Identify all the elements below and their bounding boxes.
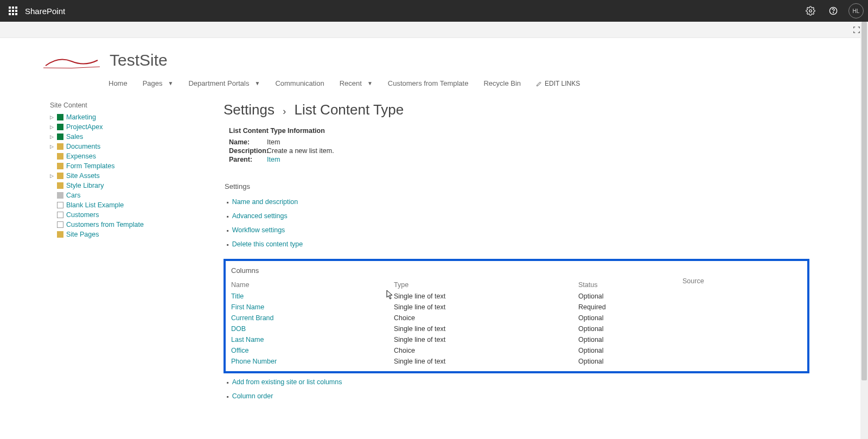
tree-item-11[interactable]: Customers from Template xyxy=(50,220,191,230)
tree-link[interactable]: Cars xyxy=(66,192,80,199)
column-link-3[interactable]: DOB xyxy=(231,325,246,333)
edit-links[interactable]: EDIT LINKS xyxy=(536,80,580,87)
ribbon-strip xyxy=(0,22,868,38)
tree-link[interactable]: Customers from Template xyxy=(66,221,144,228)
tree-link[interactable]: Expenses xyxy=(66,152,96,160)
column-link-2[interactable]: Current Brand xyxy=(231,314,274,322)
help-icon[interactable] xyxy=(826,3,841,18)
tree-link[interactable]: Documents xyxy=(66,143,100,150)
svg-rect-0 xyxy=(9,7,11,9)
columns-footer-link-0[interactable]: Add from existing site or list columns xyxy=(232,378,342,386)
settings-icon[interactable] xyxy=(803,3,818,18)
nav-item-3[interactable]: Communication xyxy=(275,79,324,87)
column-link-0[interactable]: Title xyxy=(231,292,244,300)
svg-rect-6 xyxy=(9,13,11,15)
column-link-6[interactable]: Phone Number xyxy=(231,358,277,365)
tree-link[interactable]: Customers xyxy=(66,211,99,219)
app-launcher-icon[interactable] xyxy=(4,2,22,20)
tree-item-9[interactable]: Blank List Example xyxy=(50,200,191,210)
settings-link-0[interactable]: Name and description xyxy=(232,198,298,206)
svg-rect-4 xyxy=(12,10,14,12)
desc-label: Description: xyxy=(229,147,267,155)
nav-item-6[interactable]: Recycle Bin xyxy=(483,79,521,87)
nav-caret-icon[interactable]: ▼ xyxy=(168,80,174,86)
column-link-4[interactable]: Last Name xyxy=(231,336,264,343)
column-link-5[interactable]: Office xyxy=(231,347,248,354)
tree-item-12[interactable]: Site Pages xyxy=(50,230,191,239)
site-logo[interactable] xyxy=(42,51,101,74)
info-section: List Content Type Information Name:Item … xyxy=(224,127,809,164)
table-row: Current BrandChoiceOptional xyxy=(231,313,802,323)
columns-highlight-box: Columns Name Type Status TitleSingle lin… xyxy=(224,259,809,373)
tree-item-4[interactable]: Expenses xyxy=(50,151,191,161)
user-avatar[interactable]: HL xyxy=(848,3,864,18)
column-status: Required xyxy=(578,302,802,313)
settings-link-item: Delete this content type xyxy=(227,237,809,251)
breadcrumb-root[interactable]: Settings xyxy=(224,101,275,118)
nav-caret-icon[interactable]: ▼ xyxy=(367,80,373,86)
column-type: Single line of text xyxy=(394,334,578,345)
parent-label: Parent: xyxy=(229,156,267,163)
tree-item-5[interactable]: Form Templates xyxy=(50,161,191,171)
site-title[interactable]: TestSite xyxy=(110,51,168,69)
tree-item-2[interactable]: ▷Sales xyxy=(50,132,191,142)
tree-link[interactable]: Blank List Example xyxy=(66,201,124,209)
tree-item-10[interactable]: Customers xyxy=(50,210,191,220)
column-type: Single line of text xyxy=(394,323,578,334)
tree-item-1[interactable]: ▷ProjectApex xyxy=(50,122,191,132)
settings-link-2[interactable]: Workflow settings xyxy=(232,226,285,234)
tree-item-0[interactable]: ▷Marketing xyxy=(50,112,191,122)
expand-icon[interactable]: ▷ xyxy=(50,124,54,130)
nav-item-4[interactable]: Recent xyxy=(340,79,362,87)
expand-icon[interactable]: ▷ xyxy=(50,173,54,179)
scrollbar-thumb[interactable] xyxy=(861,22,867,380)
settings-link-1[interactable]: Advanced settings xyxy=(232,212,288,220)
settings-links: Name and descriptionAdvanced settingsWor… xyxy=(224,195,809,251)
name-label: Name: xyxy=(229,138,267,146)
column-link-1[interactable]: First Name xyxy=(231,303,264,311)
tree-item-3[interactable]: ▷Documents xyxy=(50,142,191,151)
box-icon xyxy=(56,201,64,209)
desc-value: Create a new list item. xyxy=(267,147,334,155)
column-status: Optional xyxy=(578,323,802,334)
expand-icon[interactable]: ▷ xyxy=(50,114,54,120)
tree-link[interactable]: Site Pages xyxy=(66,231,99,238)
svg-rect-7 xyxy=(12,13,14,15)
tree-link[interactable]: Style Library xyxy=(66,182,104,189)
scrollbar[interactable] xyxy=(860,22,868,425)
settings-link-3[interactable]: Delete this content type xyxy=(232,240,303,248)
expand-icon[interactable]: ▷ xyxy=(50,144,54,149)
expand-icon[interactable]: ▷ xyxy=(50,134,54,139)
sidebar-header: Site Content xyxy=(50,101,191,109)
product-name[interactable]: SharePoint xyxy=(25,7,65,16)
yellow-icon xyxy=(56,172,64,180)
nav-item-5[interactable]: Customers from Template xyxy=(388,79,469,87)
tree-link[interactable]: Sales xyxy=(66,133,83,141)
breadcrumb-current: List Content Type xyxy=(294,101,404,118)
box-icon xyxy=(56,221,64,228)
nav-caret-icon[interactable]: ▼ xyxy=(254,80,260,86)
suite-bar: SharePoint HL xyxy=(0,0,868,22)
tree-item-8[interactable]: Cars xyxy=(50,190,191,200)
tree-link[interactable]: ProjectApex xyxy=(66,123,103,131)
table-row: OfficeChoiceOptional xyxy=(231,345,802,356)
tree-item-6[interactable]: ▷Site Assets xyxy=(50,171,191,181)
nav-item-2[interactable]: Department Portals xyxy=(188,79,249,87)
nav-item-1[interactable]: Pages xyxy=(143,79,163,87)
nav-item-0[interactable]: Home xyxy=(108,79,127,87)
table-row: Phone NumberSingle line of textOptional xyxy=(231,356,802,367)
tree-link[interactable]: Form Templates xyxy=(66,162,114,170)
tree-link[interactable]: Marketing xyxy=(66,113,96,121)
column-type: Choice xyxy=(394,345,578,356)
column-type: Single line of text xyxy=(394,291,578,302)
parent-link[interactable]: Item xyxy=(267,156,280,163)
columns-footer-link-1[interactable]: Column order xyxy=(232,392,273,400)
tree-item-7[interactable]: Style Library xyxy=(50,181,191,190)
svg-rect-1 xyxy=(12,7,14,9)
top-nav: HomePages▼Department Portals▼Communicati… xyxy=(0,77,868,93)
svg-rect-2 xyxy=(15,7,17,9)
sidebar: Site Content ▷Marketing▷ProjectApex▷Sale… xyxy=(50,101,191,403)
tree-link[interactable]: Site Assets xyxy=(66,172,100,180)
columns-table: Name Type Status TitleSingle line of tex… xyxy=(231,279,802,367)
columns-footer-item: Column order xyxy=(227,389,809,403)
